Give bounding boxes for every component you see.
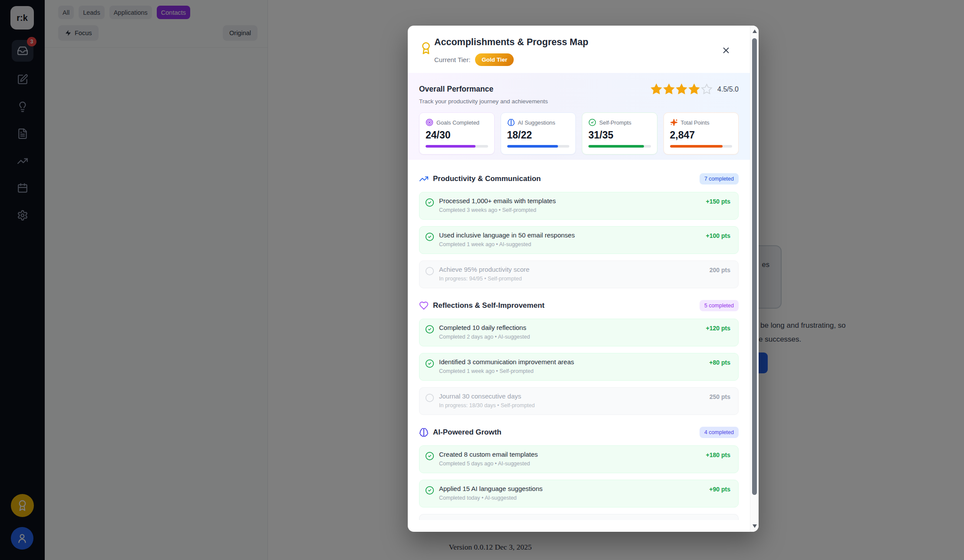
- check-circle-icon: [425, 486, 434, 502]
- achievement-meta: Completed 5 days ago • AI-suggested: [439, 461, 701, 467]
- achievement-meta: Completed 3 weeks ago • Self-prompted: [439, 207, 701, 213]
- trending-up-icon: [419, 174, 429, 184]
- star-icon: [663, 83, 675, 95]
- stats-grid: Goals Completed 24/30 AI Suggestions 18/: [419, 112, 739, 155]
- check-circle-icon: [425, 325, 434, 341]
- section-completed-badge: 7 completed: [700, 173, 739, 184]
- progress-track: [507, 145, 570, 148]
- stat-label: Total Points: [681, 119, 710, 126]
- achievement-meta: In progress: 94/95 • Self-prompted: [439, 276, 705, 282]
- modal-scrollbar[interactable]: [750, 26, 759, 532]
- stat-card-ai-suggestions: AI Suggestions 18/22: [501, 112, 576, 155]
- accomplishments-modal: Accomplishments & Progress Map Current T…: [408, 26, 759, 532]
- tier-badge: Gold Tier: [475, 53, 514, 66]
- check-circle-icon: [588, 119, 596, 126]
- brain-icon: [507, 119, 515, 126]
- achievement-item: Created 8 custom email templatesComplete…: [419, 445, 739, 473]
- achievement-points: +100 pts: [706, 232, 730, 249]
- section-title: Productivity & Communication: [433, 175, 695, 183]
- achievement-points: +150 pts: [706, 198, 730, 214]
- check-circle-icon: [425, 451, 434, 468]
- star-icon: [650, 83, 662, 95]
- achievement-meta: Completed 1 week ago • AI-suggested: [439, 241, 701, 247]
- achievement-item: Used inclusive language in 50 email resp…: [419, 226, 739, 254]
- scrollbar-up-arrow-icon[interactable]: [753, 30, 757, 33]
- achievement-points: 250 pts: [710, 393, 730, 410]
- check-circle-icon: [425, 198, 434, 214]
- stat-value: 2,847: [670, 129, 733, 141]
- star-icon: [701, 83, 713, 95]
- next-achievement-partial: [419, 514, 739, 520]
- achievement-item: Processed 1,000+ emails with templatesCo…: [419, 192, 739, 220]
- achievement-item: Completed 10 daily reflectionsCompleted …: [419, 319, 739, 346]
- achievement-points: +120 pts: [706, 325, 730, 341]
- achievement-title: Used inclusive language in 50 email resp…: [439, 231, 701, 239]
- scrollbar-thumb[interactable]: [752, 38, 757, 495]
- stat-value: 24/30: [426, 129, 488, 141]
- check-circle-icon: [425, 359, 434, 376]
- stat-value: 31/35: [588, 129, 651, 141]
- progress-fill: [670, 145, 723, 148]
- achievement-points: +80 pts: [709, 359, 730, 376]
- section-title: Reflections & Self-Improvement: [433, 301, 695, 310]
- performance-subtitle: Track your productivity journey and achi…: [419, 98, 739, 105]
- achievement-title: Identified 3 communication improvement a…: [439, 358, 704, 366]
- achievement-item: Applied 15 AI language suggestionsComple…: [419, 480, 739, 507]
- rating-value: 4.5/5.0: [717, 86, 739, 93]
- brain-icon: [419, 428, 429, 437]
- achievement-title: Achieve 95% productivity score: [439, 266, 705, 273]
- achievement-points: +90 pts: [709, 486, 730, 502]
- modal-header: Accomplishments & Progress Map Current T…: [408, 26, 750, 73]
- section-completed-badge: 4 completed: [700, 427, 739, 438]
- performance-title: Overall Performance: [419, 85, 493, 94]
- star-icon: [688, 83, 700, 95]
- stat-card-goals: Goals Completed 24/30: [419, 112, 495, 155]
- progress-fill: [426, 145, 475, 148]
- progress-fill: [507, 145, 558, 148]
- circle-icon: [425, 267, 434, 283]
- achievement-points: 200 pts: [710, 267, 730, 283]
- stat-card-self-prompts: Self-Prompts 31/35: [582, 112, 657, 155]
- circle-icon: [425, 393, 434, 410]
- achievement-meta: Completed today • AI-suggested: [439, 495, 704, 501]
- achievement-meta: Completed 1 week ago • Self-prompted: [439, 368, 704, 374]
- star-icon: [676, 83, 687, 95]
- progress-track: [426, 145, 488, 148]
- section-reflections: Reflections & Self-Improvement 5 complet…: [419, 300, 739, 415]
- achievement-points: +180 pts: [706, 451, 730, 468]
- section-ai-growth: AI-Powered Growth 4 completed Created 8 …: [419, 426, 739, 520]
- section-productivity: Productivity & Communication 7 completed…: [419, 173, 739, 288]
- tier-label: Current Tier:: [434, 56, 470, 63]
- target-icon: [426, 119, 433, 126]
- performance-panel: Overall Performance 4.5/5.0 Track your p…: [408, 73, 750, 160]
- achievement-title: Journal 30 consecutive days: [439, 392, 705, 400]
- screen: r:k 3: [0, 0, 964, 560]
- achievement-meta: Completed 2 days ago • AI-suggested: [439, 334, 701, 340]
- section-completed-badge: 5 completed: [700, 300, 739, 311]
- sparkles-icon: [670, 119, 678, 126]
- achievement-item: Identified 3 communication improvement a…: [419, 353, 739, 381]
- progress-track: [670, 145, 733, 148]
- achievement-item: Achieve 95% productivity scoreIn progres…: [419, 260, 739, 288]
- progress-track: [588, 145, 651, 148]
- stat-value: 18/22: [507, 129, 570, 141]
- close-icon[interactable]: [720, 45, 732, 56]
- achievement-item: Journal 30 consecutive daysIn progress: …: [419, 387, 739, 415]
- achievement-meta: In progress: 18/30 days • Self-prompted: [439, 402, 705, 408]
- stat-label: Self-Prompts: [599, 119, 631, 126]
- stat-card-total-points: Total Points 2,847: [664, 112, 739, 155]
- heart-icon: [419, 301, 429, 310]
- stat-label: Goals Completed: [436, 119, 479, 126]
- award-icon: [419, 42, 432, 55]
- achievement-title: Applied 15 AI language suggestions: [439, 485, 704, 492]
- progress-fill: [588, 145, 644, 148]
- star-rating: 4.5/5.0: [650, 83, 739, 95]
- achievement-title: Created 8 custom email templates: [439, 451, 701, 458]
- stat-label: AI Suggestions: [518, 119, 555, 126]
- modal-title: Accomplishments & Progress Map: [434, 37, 588, 48]
- section-title: AI-Powered Growth: [433, 428, 695, 437]
- achievement-title: Completed 10 daily reflections: [439, 324, 701, 331]
- scrollbar-down-arrow-icon[interactable]: [753, 524, 757, 528]
- achievement-title: Processed 1,000+ emails with templates: [439, 197, 701, 204]
- check-circle-icon: [425, 232, 434, 249]
